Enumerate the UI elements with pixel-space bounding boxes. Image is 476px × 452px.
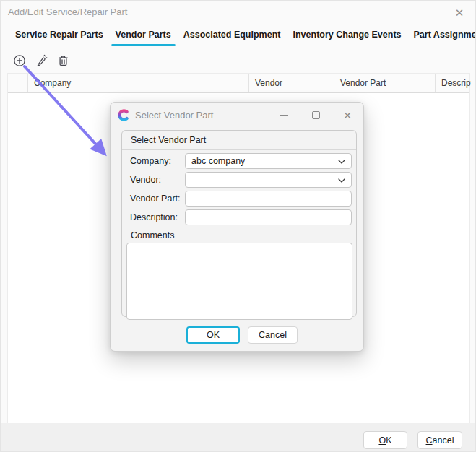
modal-ok-label: OK (207, 330, 220, 340)
minimize-icon[interactable] (268, 103, 300, 128)
vendor-row: Vendor: (130, 172, 352, 188)
tab-inventory-change-events[interactable]: Inventory Change Events (293, 30, 401, 46)
tab-vendor-parts[interactable]: Vendor Parts (116, 30, 171, 46)
company-combobox-value: abc company (191, 156, 245, 166)
add-edit-service-repair-part-window: Add/Edit Service/Repair Part ✕ Service R… (0, 0, 476, 452)
maximize-icon[interactable] (300, 103, 332, 128)
modal-window-controls: ✕ (268, 103, 363, 128)
description-label: Description: (130, 212, 185, 222)
vendor-part-label: Vendor Part: (130, 194, 185, 204)
comments-label: Comments (131, 230, 356, 240)
column-header-company[interactable]: Company (28, 74, 249, 92)
vendor-combobox[interactable] (185, 172, 352, 188)
company-label: Company: (130, 156, 185, 166)
ok-button-label: OK (378, 435, 391, 446)
column-header-description[interactable]: Description (436, 74, 471, 92)
modal-title-bar[interactable]: Select Vendor Part ✕ (111, 103, 363, 128)
delete-vendor-part-button[interactable] (56, 53, 70, 68)
vendor-part-form: Company: abc company Vendor: (122, 153, 356, 320)
company-combobox[interactable]: abc company (185, 153, 352, 169)
vendor-part-input[interactable] (185, 191, 352, 207)
chevron-down-icon (338, 156, 345, 166)
tab-service-repair-parts[interactable]: Service Repair Parts (15, 30, 103, 46)
window-close-icon[interactable]: ✕ (449, 4, 469, 22)
cancel-button-label: Cancel (426, 435, 454, 446)
company-row: Company: abc company (130, 153, 352, 169)
cancel-button[interactable]: Cancel (417, 431, 462, 449)
vendor-label: Vendor: (130, 175, 185, 185)
description-input[interactable] (185, 209, 352, 225)
modal-ok-button[interactable]: OK (186, 326, 240, 344)
column-header-selector[interactable] (8, 74, 28, 92)
modal-close-icon[interactable]: ✕ (332, 103, 363, 128)
window-title: Add/Edit Service/Repair Part (8, 6, 127, 17)
trash-icon (56, 54, 70, 68)
comments-textarea[interactable] (126, 243, 352, 320)
ok-button[interactable]: OK (363, 431, 407, 449)
magic-pen-icon (35, 54, 48, 68)
column-header-vendor[interactable]: Vendor (249, 74, 334, 92)
select-vendor-part-groupbox: Select Vendor Part Company: abc company … (121, 130, 357, 317)
tab-part-assignments[interactable]: Part Assignments (414, 30, 476, 46)
modal-cancel-button[interactable]: Cancel (248, 326, 298, 344)
tab-bar: Service Repair Parts Vendor Parts Associ… (15, 30, 476, 46)
edit-vendor-part-button[interactable] (34, 53, 48, 68)
modal-cancel-label: Cancel (259, 330, 287, 340)
vendor-part-row: Vendor Part: (130, 191, 352, 207)
chevron-down-icon (338, 175, 345, 185)
vendor-parts-toolbar (12, 53, 70, 68)
column-header-vendor-part[interactable]: Vendor Part (334, 74, 436, 92)
table-header-row: Company Vendor Vendor Part Description (8, 74, 469, 93)
select-vendor-part-modal: Select Vendor Part ✕ Select Vendor Part … (110, 102, 364, 352)
add-vendor-part-button[interactable] (12, 53, 27, 68)
description-row: Description: (130, 209, 352, 225)
dialog-footer: OK Cancel (1, 423, 475, 451)
tab-associated-equipment[interactable]: Associated Equipment (183, 30, 281, 46)
groupbox-title: Select Vendor Part (122, 131, 356, 150)
modal-title: Select Vendor Part (135, 110, 268, 121)
app-logo-icon (118, 109, 130, 121)
add-circle-icon (12, 53, 27, 68)
